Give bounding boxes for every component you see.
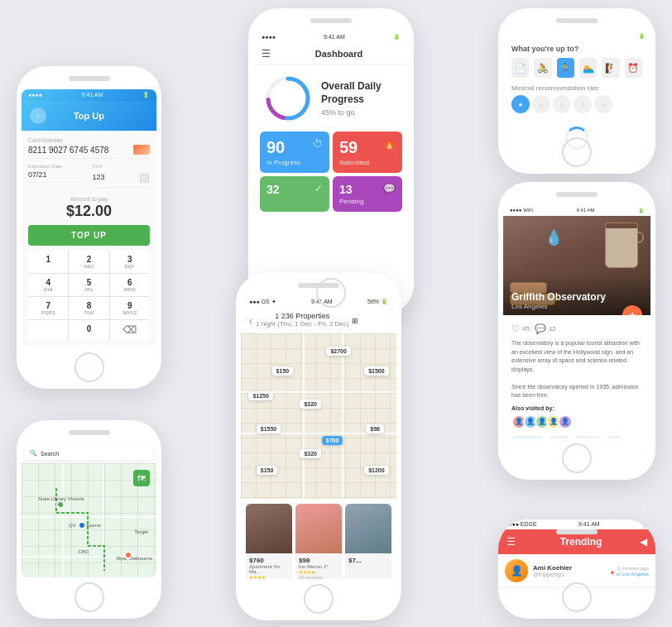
key-7[interactable]: 7PQRS (28, 297, 68, 319)
price-2700[interactable]: $2700 (326, 347, 350, 356)
listing-3[interactable]: $7... (345, 504, 391, 579)
tile-label-progress: In Progress (266, 159, 323, 166)
battery-icon: 🔋 (142, 92, 150, 98)
price-320a[interactable]: $320 (300, 400, 321, 409)
tile-pending[interactable]: 💬 13 Pending (333, 176, 402, 212)
listing-img-1 (246, 504, 292, 553)
likes-action[interactable]: ♡ 45 (511, 323, 530, 334)
activity-icon-doc[interactable]: 📄 (511, 58, 529, 78)
time-display: 9:41 AM (324, 34, 345, 41)
rating-5[interactable]: ○ (594, 95, 612, 113)
trending-menu-icon[interactable]: ☰ (506, 536, 516, 548)
activity-icons-row: 📄 🚴 🏃 🏊 🧗 ⏰ (511, 58, 642, 78)
activity-icon-alarm[interactable]: ⏰ (625, 58, 642, 78)
prop-dates: 1 night (Thu, 1 Dec - Fri, 2 Dec) (256, 320, 348, 328)
filter-icon[interactable]: ⊞ (352, 317, 358, 325)
tile-icon-pending: 💬 (383, 183, 396, 194)
topup-button[interactable]: TOP UP (28, 225, 150, 246)
rating-1[interactable]: ● (511, 95, 530, 113)
price-1250[interactable]: $1250 (248, 391, 272, 400)
cvv-label: CVV (93, 164, 151, 169)
tile-done[interactable]: ✓ 32 (260, 176, 329, 212)
trending-back-icon[interactable]: ◀ (640, 536, 647, 548)
tile-label-submitted: Submitted (339, 159, 396, 166)
tag-extra[interactable]: ··· (605, 436, 623, 439)
amount-value: $12.00 (28, 203, 150, 220)
key-2[interactable]: 2ABC (69, 251, 108, 273)
tag-location[interactable]: location (511, 436, 545, 439)
search-icon: 🔍 (30, 450, 37, 457)
key-8[interactable]: 8TUV (69, 297, 108, 319)
price-1500[interactable]: $1500 (364, 366, 388, 376)
listing-1[interactable]: $760 Apartment On Ma... ★★★★ 128 reviews (246, 504, 292, 579)
signal-display: ●●●● (262, 34, 276, 41)
key-1[interactable]: 1 (28, 251, 68, 273)
progress-section: Overall Daily Progress 45% to go (253, 65, 409, 132)
price-98[interactable]: $98 (366, 424, 384, 433)
phone-griffith: ●●●● WiFi 9:41 AM 🔋 Griffith Observatory… (498, 182, 655, 480)
map-search-bar: 🔍 Search (25, 447, 153, 460)
price-1550[interactable]: $1550 (257, 424, 281, 433)
key-9[interactable]: 9WXYZ (110, 297, 150, 319)
coffee-cup (605, 223, 638, 268)
listing-img-3 (345, 504, 391, 553)
key-delete[interactable]: ⌫ (110, 320, 150, 340)
trending-user-name: Ami Koehler (533, 564, 604, 572)
trending-handle: @trippertips (533, 572, 604, 577)
brand-logo: 💧 (545, 228, 563, 246)
topup-status-bar: ●●●● 9:41 AM 🔋 (22, 89, 156, 101)
map-body: State Library Victoria QV Melbourne CBD … (22, 463, 156, 577)
hamburger-icon[interactable]: ☰ (262, 48, 271, 60)
trending-location: 📍 in Los Angeles (609, 571, 649, 577)
key-4[interactable]: 4GHI (28, 274, 68, 296)
price-1200[interactable]: $1200 (364, 466, 388, 475)
griffith-status-bar: ●●●● WiFi 9:41 AM 🔋 (503, 205, 650, 216)
prop-back-button[interactable]: ‹ (249, 315, 252, 327)
prop-listings: $760 Apartment On Ma... ★★★★ 128 reviews… (241, 499, 396, 579)
tag-city[interactable]: city (548, 436, 570, 439)
rating-4[interactable]: ○ (574, 95, 592, 113)
activity-icon-climb[interactable]: 🧗 (602, 58, 619, 78)
phone-dashboard: ●●●● 9:41 AM 🔋 ☰ Dashboard Overall Daily… (248, 8, 414, 314)
key-6[interactable]: 6MNO (110, 274, 150, 296)
prop-count: 1 236 Properties (256, 312, 348, 320)
griffith-actions: ♡ 45 💬 12 (511, 323, 642, 334)
activity-icon-run[interactable]: 🏃 (557, 58, 574, 78)
rating-3[interactable]: ○ (553, 95, 571, 113)
cvv-value: 123 ▤ (93, 170, 151, 188)
tag-zurich[interactable]: zurich (574, 436, 602, 439)
topup-body: Card Number 8211 9027 6745 4578 Expirati… (22, 131, 156, 347)
comments-action[interactable]: 💬 12 (535, 323, 556, 334)
price-150a[interactable]: $150 (272, 366, 294, 376)
back-button[interactable]: ‹ (30, 108, 46, 124)
amount-label: Amount to pay (28, 196, 150, 202)
listing-stars-1: ★★★★ (249, 574, 289, 579)
also-visited-label: Also visited by: (511, 405, 642, 411)
location-icon: 📍 (609, 572, 615, 577)
key-5[interactable]: 5JKL (69, 274, 108, 296)
minimal-label: Minimal recommendation rate (511, 84, 642, 92)
card-number-value: 8211 9027 6745 4578 (28, 145, 150, 159)
rating-2[interactable]: ○ (532, 95, 550, 113)
tile-icon-submitted: 🔥 (383, 138, 396, 150)
prop-title-area: 1 236 Properties 1 night (Thu, 1 Dec - F… (256, 312, 348, 329)
key-0[interactable]: 0 (69, 320, 108, 340)
tile-in-progress[interactable]: ⏱ 90 In Progress (260, 132, 329, 173)
key-3[interactable]: 3DEF (110, 251, 150, 273)
cup-top (606, 223, 637, 228)
visitor-avatars: 👤 👤 👤 👤 👤 (511, 414, 642, 429)
battery-display: 🔋 (393, 34, 401, 41)
trending-avatar: 👤 (505, 559, 528, 582)
listing-row: $760 Apartment On Ma... ★★★★ 128 reviews… (246, 504, 391, 579)
tile-label-pending: Pending (339, 198, 396, 205)
listing-info-2: $98 Inn Merion 2* ★★★★ 16 reviews (295, 553, 342, 579)
price-760-selected[interactable]: $760 (322, 436, 343, 445)
activity-icon-bike[interactable]: 🚴 (534, 58, 551, 78)
tile-submitted[interactable]: 🔥 59 Submitted (333, 132, 402, 173)
price-320b[interactable]: $320 (300, 449, 321, 458)
price-150b[interactable]: $150 (257, 466, 278, 475)
listing-2[interactable]: $98 Inn Merion 2* ★★★★ 16 reviews (295, 504, 342, 579)
activity-header: ●●●● 9:41 AM 🔋 What you're up to? 📄 🚴 🏃 … (503, 31, 650, 118)
activity-icon-swim[interactable]: 🏊 (579, 58, 597, 78)
nav-icon[interactable]: 🗺 (133, 470, 150, 486)
